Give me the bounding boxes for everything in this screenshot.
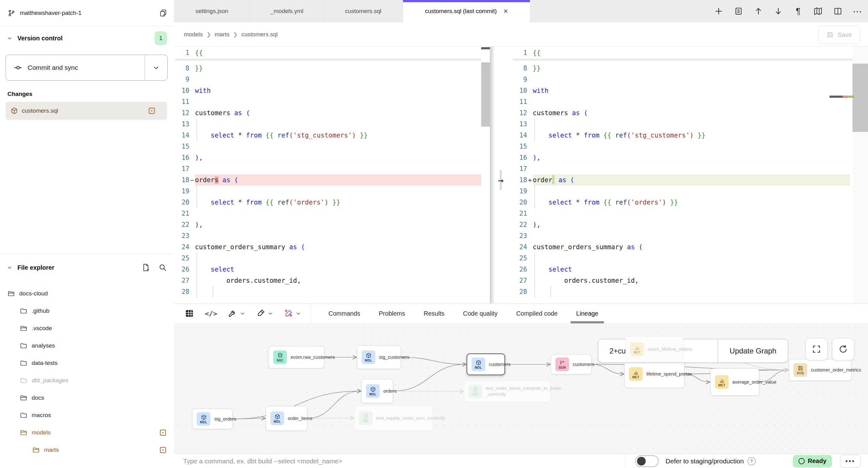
tree-item-analyses[interactable]: analyses	[0, 337, 174, 354]
lineage-node-test_order_items[interactable]: TSTtest_order_items_compute_to_bools _co…	[464, 380, 551, 402]
tab--models-yml[interactable]: _models.yml	[250, 0, 324, 22]
code-line-23: 23	[174, 230, 490, 242]
help-icon[interactable]: ?	[748, 457, 755, 465]
lineage-node-customer_order_metrics[interactable]: SVQcustomer_order_metrics	[789, 359, 851, 381]
lineage-canvas[interactable]: 2+customers+2 Update Graph SRCecom.raw_c…	[174, 324, 868, 454]
code-content	[195, 119, 481, 130]
copilot-icon[interactable]	[284, 309, 301, 318]
code-content	[195, 286, 481, 297]
tab-customers-sql-last-commit-[interactable]: customers.sql (last commit)×	[403, 0, 530, 22]
bottom-panel: </> CommandsProblemsResultsCode qualityC…	[174, 303, 868, 468]
lineage-node-ecom_raw_customers[interactable]: SRCecom.raw_customers	[269, 346, 324, 368]
lineage-node-test_supply[interactable]: TSTtest_supply_costs_sum_correctly	[354, 405, 433, 431]
panel-tab-problems[interactable]: Problems	[369, 304, 414, 323]
panel-tab-results[interactable]: Results	[414, 304, 454, 323]
breadcrumb-item[interactable]: models	[184, 31, 203, 38]
indent-guide	[534, 186, 535, 197]
format-icon[interactable]	[256, 309, 273, 318]
commit-options-dropdown[interactable]	[145, 55, 167, 81]
code-content	[195, 141, 481, 152]
pilcrow-icon[interactable]: ¶	[793, 6, 803, 17]
breadcrumb-item[interactable]: customers.sql	[241, 31, 278, 38]
commit-and-sync-button[interactable]: Commit and sync	[6, 55, 168, 81]
code-line-24: 24customer_orders_summary as (	[512, 242, 868, 253]
left-scrollbar-thumb[interactable]	[481, 62, 490, 127]
breadcrumb-item[interactable]: marts	[215, 31, 230, 38]
tree-item-dbt-packages[interactable]: dbt_packages	[0, 372, 174, 389]
right-scrollbar-thumb[interactable]	[852, 64, 868, 132]
node-type-label: MET	[633, 351, 641, 354]
diff-pane-current[interactable]: 8}}910with1112customers as (1314 select …	[512, 46, 868, 303]
node-type-badge-mdl: MDL	[197, 412, 211, 426]
search-icon[interactable]	[158, 263, 167, 272]
code-view-icon[interactable]: </>	[205, 310, 217, 317]
tree-item-data-tests[interactable]: data-tests	[0, 354, 174, 372]
code-line-13: 13	[174, 119, 490, 130]
panel-tab-commands[interactable]: Commands	[319, 304, 369, 323]
lineage-node-stg_customers[interactable]: MDLstg_customers	[357, 345, 401, 369]
status-circle-icon	[799, 458, 805, 464]
update-graph-button[interactable]: Update Graph	[718, 339, 788, 363]
tree-item-marts[interactable]: marts	[0, 441, 174, 459]
tab-settings-json[interactable]: settings.json	[174, 0, 250, 22]
diff-pane-previous[interactable]: 8}}910with1112customers as (1314 select …	[174, 46, 490, 303]
line-number: 26	[174, 266, 189, 273]
outline-icon[interactable]	[733, 6, 744, 17]
panel-tab-code-quality[interactable]: Code quality	[454, 304, 507, 323]
left-pane-scrollbar[interactable]	[481, 46, 490, 303]
lineage-node-stg_orders[interactable]: MDLstg_orders	[192, 409, 232, 429]
tree-item-docs-cloud[interactable]: docs-cloud	[0, 285, 174, 302]
more-options-button[interactable]: •••	[840, 455, 861, 468]
branch-selector[interactable]: matthewshaver-patch-1	[0, 0, 174, 26]
lineage-node-lifetime_spend_pretax[interactable]: METlifetime_spend_pretax	[624, 360, 685, 388]
code-line-22: 22),	[174, 219, 490, 230]
tab-label: _models.yml	[270, 8, 304, 14]
map-icon[interactable]	[813, 6, 823, 17]
defer-toggle[interactable]	[635, 455, 659, 467]
tree-item--vscode[interactable]: .vscode	[0, 320, 174, 337]
refresh-graph-button[interactable]	[832, 338, 854, 360]
lineage-node-order_items[interactable]: MDLorder_items	[266, 406, 307, 431]
command-input[interactable]: Type a command, ex. dbt build --select <…	[183, 458, 625, 465]
plus-icon[interactable]	[713, 6, 724, 17]
split-view-icon[interactable]	[833, 6, 843, 17]
copy-icon[interactable]	[159, 9, 168, 18]
changed-file-customers-sql[interactable]: customers.sql	[6, 102, 167, 120]
folder-icon	[20, 377, 27, 384]
close-icon[interactable]: ×	[503, 7, 508, 15]
apply-change-arrow-button[interactable]: →	[494, 175, 507, 186]
fullscreen-button[interactable]	[805, 338, 828, 360]
code-line-18: 18−orders as (	[174, 175, 490, 186]
tree-item-models[interactable]: models	[0, 424, 174, 441]
node-cube-icon	[370, 386, 376, 392]
build-tools-icon[interactable]	[228, 309, 245, 318]
tab-customers-sql[interactable]: customers.sql	[324, 0, 403, 22]
code-line-25: 25	[174, 253, 490, 264]
tree-item--github[interactable]: .github	[0, 302, 174, 320]
right-pane-scrollbar[interactable]	[852, 46, 868, 303]
arrow-up-icon[interactable]	[753, 6, 764, 17]
version-control-section-header[interactable]: Version control 1	[0, 30, 174, 46]
save-button[interactable]: Save	[818, 26, 860, 44]
node-type-badge-met: MET	[715, 375, 728, 389]
overflow-menu-icon[interactable]: ⋯	[852, 6, 863, 17]
code-content	[533, 208, 850, 219]
node-label: orders	[383, 388, 397, 394]
arrow-down-icon[interactable]	[773, 6, 783, 17]
command-bar: Type a command, ex. dbt build --select <…	[174, 454, 868, 468]
lineage-node-customers_mdl[interactable]: MDLcustomers	[467, 353, 505, 375]
file-explorer-section-header[interactable]: File explorer	[0, 258, 174, 277]
lineage-node-orders[interactable]: MDLorders	[361, 379, 393, 403]
lineage-node-count_lifetime_orders[interactable]: METcount_lifetime_orders	[625, 336, 683, 362]
panel-tab-compiled-code[interactable]: Compiled code	[507, 304, 567, 323]
tree-item-macros[interactable]: macros	[0, 407, 174, 424]
new-file-icon[interactable]	[142, 263, 150, 272]
node-type-label: MDL	[274, 420, 281, 423]
panel-tab-lineage[interactable]: Lineage	[567, 304, 608, 323]
tree-item-docs[interactable]: docs	[0, 389, 174, 407]
lineage-node-average_order_value[interactable]: METaverage_order_value	[710, 368, 760, 396]
lineage-node-customers_sem[interactable]: SEMcustomers	[551, 354, 592, 374]
indent-guide	[196, 264, 197, 275]
results-table-icon[interactable]	[184, 309, 194, 318]
code-content	[195, 253, 481, 264]
